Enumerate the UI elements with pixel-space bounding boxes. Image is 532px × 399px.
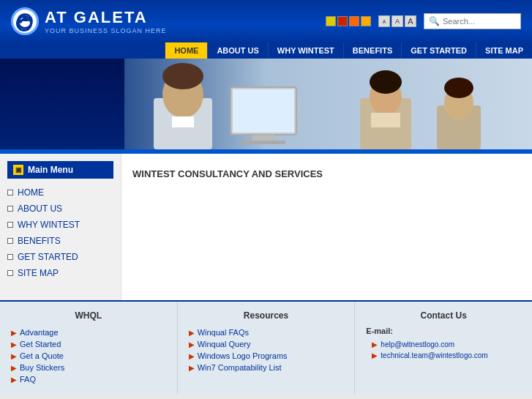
search-icon: 🔍 [429,16,440,26]
nav-item-about[interactable]: ABOUT US [207,42,267,59]
footer-link-win7compat[interactable]: ▶Win7 Compatability List [189,362,344,373]
sidebar-bullet [7,238,13,244]
sidebar-item-label: BENEFITS [18,236,61,246]
nav-item-why[interactable]: WHY WINTEST [268,42,343,59]
arrow-icon: ▶ [189,352,195,360]
footer-col-title-contact: Contact Us [366,310,521,321]
arrow-icon: ▶ [11,364,17,372]
svg-rect-12 [233,89,294,133]
search-input[interactable] [443,17,516,26]
sidebar-bullet [7,206,13,212]
footer-link-advantage[interactable]: ▶Advantage [11,327,166,338]
footer-link-faq[interactable]: ▶FAQ [11,373,166,385]
header-right: A A A 🔍 [326,13,521,29]
color-square-3[interactable] [361,16,371,26]
sidebar-item-label: GET STARTED [18,252,78,262]
sidebar-item-label: WHY WINTEST [18,220,80,230]
color-square-1[interactable] [337,16,348,26]
email-link-help[interactable]: ▶ help@witnestlogo.com [372,339,521,350]
sidebar-header-label: Main Menu [28,165,73,175]
nav-item-benefits[interactable]: BENEFITS [343,42,401,59]
logo-title: AT GALETA [45,8,167,27]
sidebar-menu-icon: ▣ [13,165,23,175]
main-content: WINTEST CONSULTANCY AND SERVICES [121,154,532,300]
sidebar-item-sitemap[interactable]: SITE MAP [7,265,113,281]
nav-item-home[interactable]: HOME [165,42,207,59]
sidebar-item-about[interactable]: ABOUT US [7,201,113,217]
nav-item-sitemap[interactable]: SITE MAP [476,42,532,59]
footer-col-resources: Resources ▶Winqual FAQs ▶Winqual Query ▶… [178,302,356,394]
sidebar-bullet [7,222,13,228]
sidebar: ▣ Main Menu HOME ABOUT US WHY WINTEST BE… [0,154,121,300]
logo-slogan: YOUR BUSINESS SLOGAN HERE [45,27,167,34]
arrow-icon: ▶ [189,329,195,337]
sidebar-header: ▣ Main Menu [7,161,113,179]
logo-area: AT GALETA YOUR BUSINESS SLOGAN HERE [11,7,167,35]
arrow-icon: ▶ [11,340,17,348]
logo-icon [11,7,39,35]
color-square-0[interactable] [326,16,336,26]
site-header: AT GALETA YOUR BUSINESS SLOGAN HERE A A … [0,0,532,42]
footer-link-quote[interactable]: ▶Get a Quote [11,350,166,362]
sidebar-item-label: SITE MAP [18,268,59,278]
arrow-icon: ▶ [372,340,378,348]
svg-point-1 [18,15,32,29]
sidebar-item-benefits[interactable]: BENEFITS [7,233,113,249]
sidebar-bullet [7,254,13,260]
footer-col-contact: Contact Us E-mail: ▶ help@witnestlogo.co… [355,302,532,394]
svg-point-9 [370,70,402,94]
svg-rect-14 [241,141,285,144]
footer-link-windowslogo[interactable]: ▶Windows Logo Programs [189,350,344,362]
footer-col-title-resources: Resources [189,310,344,321]
header-top-row: A A A 🔍 [326,13,521,29]
svg-rect-6 [172,116,194,127]
sidebar-bullet [7,270,13,276]
arrow-icon: ▶ [11,376,17,384]
font-medium-button[interactable]: A [391,15,403,27]
font-small-button[interactable]: A [378,15,390,27]
arrow-icon: ▶ [11,352,17,360]
sidebar-item-why[interactable]: WHY WINTEST [7,217,113,233]
footer-link-winqualquery[interactable]: ▶Winqual Query [189,338,344,350]
font-sizes: A A A [378,15,416,27]
font-large-button[interactable]: A [405,15,416,27]
sidebar-item-label: HOME [18,187,44,198]
sidebar-item-label: ABOUT US [18,204,62,214]
email-label: E-mail: [366,327,521,335]
footer: WHQL ▶Advantage ▶Get Started ▶Get a Quot… [0,300,532,394]
hero-monitor [227,83,300,149]
nav-bar: HOME ABOUT US WHY WINTEST BENEFITS GET S… [0,42,532,59]
svg-point-17 [444,78,473,98]
footer-link-stickers[interactable]: ▶Buy Stickers [11,362,166,373]
hero-bottom-strip [0,149,532,154]
sidebar-bullet [7,190,13,195]
hero-person-far [422,76,510,149]
sidebar-item-home[interactable]: HOME [7,184,113,201]
search-box: 🔍 [424,13,521,29]
arrow-icon: ▶ [189,364,195,372]
content-title: WINTEST CONSULTANCY AND SERVICES [132,168,521,179]
svg-rect-10 [371,113,400,127]
arrow-icon: ▶ [372,351,378,359]
footer-col-whql: WHQL ▶Advantage ▶Get Started ▶Get a Quot… [0,302,178,394]
svg-point-2 [18,19,23,23]
footer-col-title-whql: WHQL [11,310,166,321]
arrow-icon: ▶ [189,340,195,348]
hero-banner [0,59,532,154]
sidebar-item-getstarted[interactable]: GET STARTED [7,249,113,265]
logo-text-area: AT GALETA YOUR BUSINESS SLOGAN HERE [45,8,167,34]
footer-link-winqualfaqs[interactable]: ▶Winqual FAQs [189,327,344,338]
color-square-2[interactable] [349,16,359,26]
email-link-technical[interactable]: ▶ technical.team@wintestlogo.com [372,350,521,361]
hero-left-panel [0,59,124,154]
footer-link-getstarted[interactable]: ▶Get Started [11,338,166,350]
nav-item-getstarted[interactable]: GET STARTED [401,42,476,59]
arrow-icon: ▶ [11,329,17,337]
main-wrapper: ▣ Main Menu HOME ABOUT US WHY WINTEST BE… [0,154,532,300]
color-squares [326,16,371,26]
svg-point-5 [162,63,203,89]
